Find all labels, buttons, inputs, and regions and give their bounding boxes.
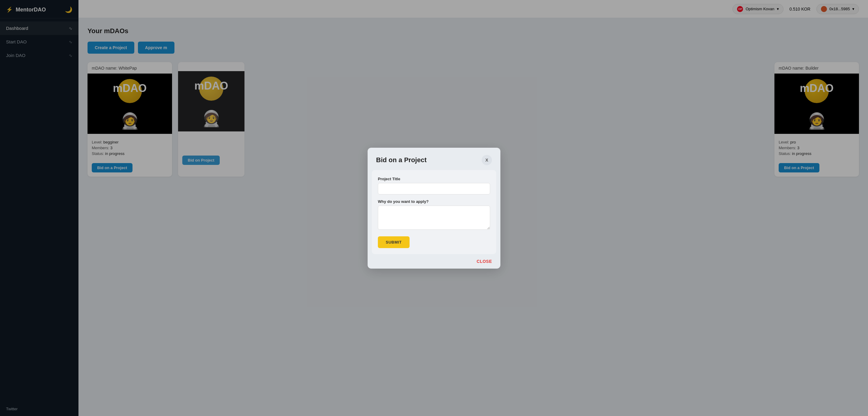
modal-close-x-button[interactable]: X (482, 155, 492, 165)
modal-overlay[interactable]: Bid on a Project X Project Title Why do … (0, 0, 868, 416)
modal-footer: CLOSE (368, 254, 500, 269)
modal-body: Project Title Why do you want to apply? … (372, 170, 496, 254)
why-apply-label: Why do you want to apply? (378, 199, 490, 204)
project-title-input[interactable] (378, 183, 490, 195)
submit-button[interactable]: SUBMIT (378, 236, 409, 248)
modal-close-button[interactable]: CLOSE (476, 259, 492, 264)
project-title-label: Project Title (378, 177, 490, 181)
modal-title: Bid on a Project (376, 156, 427, 164)
why-apply-textarea[interactable] (378, 206, 490, 230)
bid-modal: Bid on a Project X Project Title Why do … (368, 148, 500, 269)
modal-header: Bid on a Project X (368, 148, 500, 170)
